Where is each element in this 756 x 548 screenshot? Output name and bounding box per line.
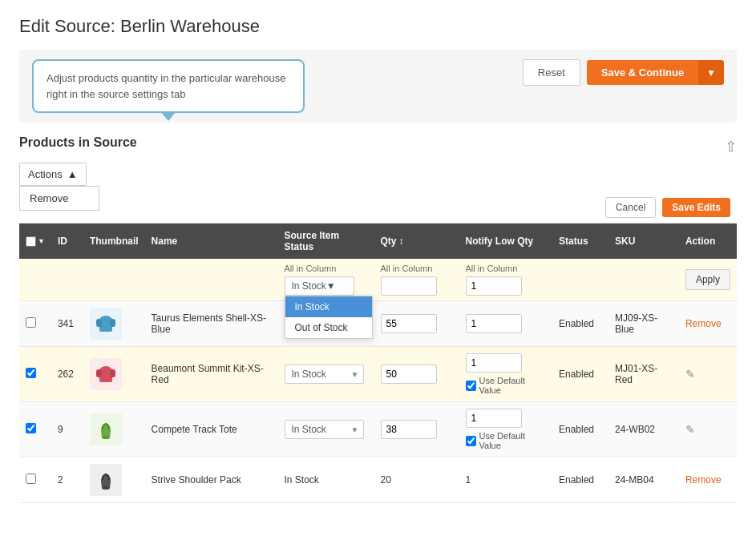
row3-edit-icon[interactable]: ✎ xyxy=(685,423,695,436)
filter-status-all-label: All in Column xyxy=(285,264,368,273)
row2-use-default-checkbox[interactable] xyxy=(466,381,476,391)
save-continue-button[interactable]: Save & Continue xyxy=(587,60,698,85)
row4-qty-cell: 20 xyxy=(374,457,443,503)
filter-apply-button[interactable]: Apply xyxy=(685,269,730,290)
row4-status-cell: In Stock xyxy=(278,457,374,503)
actions-button[interactable]: Actions ▲ xyxy=(19,163,87,186)
collapse-icon[interactable]: ⇧ xyxy=(725,138,737,155)
filter-empty-3 xyxy=(83,259,145,301)
row2-empty xyxy=(443,347,459,402)
col-sku: SKU xyxy=(608,224,679,259)
actions-dropdown: Actions ▲ Remove xyxy=(19,163,87,186)
actions-arrow-icon: ▲ xyxy=(67,168,78,180)
filter-row: All in Column In Stock ▼ In Stock Out of… xyxy=(19,259,737,301)
row3-use-default-checkbox[interactable] xyxy=(466,436,476,446)
row2-sku: MJ01-XS-Red xyxy=(608,347,679,402)
row1-qty-input[interactable] xyxy=(381,314,437,333)
save-continue-dropdown-button[interactable]: ▼ xyxy=(698,60,724,85)
row2-edit-icon[interactable]: ✎ xyxy=(685,368,695,381)
header-checkbox-cell: ▼ xyxy=(19,224,51,259)
row3-checkbox-cell xyxy=(19,402,51,457)
qty-sort-icon[interactable]: ↕ xyxy=(399,236,404,247)
status-option-in-stock[interactable]: In Stock xyxy=(285,296,372,317)
svg-point-8 xyxy=(102,436,110,439)
table-row: 262 Beaumont Summit Kit-XS-Red xyxy=(19,347,737,402)
col-notify-low-qty: Notify Low Qty xyxy=(459,224,552,259)
row4-id: 2 xyxy=(51,457,83,503)
row2-notify-input[interactable] xyxy=(466,353,522,373)
row2-qty-cell xyxy=(374,347,443,402)
row3-empty xyxy=(443,402,459,457)
svg-rect-6 xyxy=(96,369,102,377)
save-continue-group: Save & Continue ▼ xyxy=(587,60,724,85)
row1-checkbox[interactable] xyxy=(26,317,36,328)
filter-notify-input[interactable] xyxy=(466,276,522,296)
col-empty xyxy=(443,224,459,259)
row2-status-select[interactable]: In Stock Out of Stock xyxy=(285,365,364,384)
row3-action-cell: ✎ xyxy=(679,402,737,457)
filter-empty-6 xyxy=(552,259,608,301)
row3-notify-input[interactable] xyxy=(466,409,522,428)
status-filter-menu: In Stock Out of Stock xyxy=(285,296,373,339)
save-edits-button[interactable]: Save Edits xyxy=(662,198,730,217)
table-header-row: ▼ ID Thumbnail Name Source ItemStatus Qt… xyxy=(19,224,737,259)
filter-notify-all-label: All in Column xyxy=(466,264,546,273)
row1-sku: MJ09-XS-Blue xyxy=(608,301,679,347)
filter-empty-5 xyxy=(443,259,459,301)
col-thumbnail: Thumbnail xyxy=(83,224,145,259)
row3-checkbox[interactable] xyxy=(26,423,36,433)
actions-label: Actions xyxy=(28,168,63,180)
row4-img-svg xyxy=(91,465,120,494)
tooltip-box: Adjust products quantity in the particul… xyxy=(32,59,305,113)
row4-remove-link[interactable]: Remove xyxy=(685,474,722,486)
row3-qty-input[interactable] xyxy=(381,420,437,439)
row2-img-svg xyxy=(91,360,120,389)
status-option-out-of-stock[interactable]: Out of Stock xyxy=(285,317,372,338)
row3-qty-cell xyxy=(374,402,443,457)
col-source-item-status: Source ItemStatus xyxy=(278,224,374,259)
row1-notify-input[interactable] xyxy=(466,314,522,333)
row3-name: Compete Track Tote xyxy=(145,402,278,457)
master-checkbox-arrow[interactable]: ▼ xyxy=(38,237,45,245)
col-action: Action xyxy=(679,224,737,259)
row3-thumbnail xyxy=(83,402,145,457)
row3-notify-group: Use Default Value xyxy=(466,409,546,450)
filter-status-cell: All in Column In Stock ▼ In Stock Out of… xyxy=(278,259,374,301)
filter-empty-7 xyxy=(608,259,679,301)
cancel-button[interactable]: Cancel xyxy=(605,197,656,218)
filter-qty-all-label: All in Column xyxy=(381,264,437,273)
row3-status-select[interactable]: In Stock Out of Stock xyxy=(285,420,364,439)
products-table: ▼ ID Thumbnail Name Source ItemStatus Qt… xyxy=(19,224,737,503)
row1-remove-link[interactable]: Remove xyxy=(685,318,722,329)
row1-checkbox-cell xyxy=(19,301,51,347)
row2-checkbox[interactable] xyxy=(26,368,36,378)
row4-notify-cell: 1 xyxy=(459,457,552,503)
top-bar: Adjust products quantity in the particul… xyxy=(19,50,737,123)
row4-sku: 24-MB04 xyxy=(608,457,679,503)
row3-use-default-label: Use Default Value xyxy=(466,431,546,450)
actions-menu: Remove xyxy=(19,186,99,211)
row2-notify-cell: Use Default Value xyxy=(459,347,552,402)
qty-label: Qty xyxy=(381,236,397,247)
filter-empty-4 xyxy=(145,259,278,301)
col-status: Status xyxy=(552,224,608,259)
row1-enabled: Enabled xyxy=(552,301,608,347)
row1-notify-cell xyxy=(459,301,552,347)
products-header: Products in Source ⇧ xyxy=(19,135,737,158)
filter-qty-input[interactable] xyxy=(381,276,437,296)
row2-status-select-wrap: In Stock Out of Stock ▼ xyxy=(285,365,364,384)
row2-img xyxy=(90,358,122,390)
row4-enabled: Enabled xyxy=(552,457,608,503)
section-title: Products in Source xyxy=(19,135,137,150)
row1-id: 341 xyxy=(51,301,83,347)
svg-point-9 xyxy=(102,486,110,490)
status-filter-button[interactable]: In Stock ▼ xyxy=(285,276,354,296)
col-name: Name xyxy=(145,224,278,259)
row4-checkbox[interactable] xyxy=(26,473,36,484)
remove-menu-item[interactable]: Remove xyxy=(20,187,99,210)
svg-rect-3 xyxy=(110,319,115,327)
master-checkbox[interactable] xyxy=(26,236,36,247)
reset-button[interactable]: Reset xyxy=(523,59,580,86)
row2-qty-input[interactable] xyxy=(381,365,437,384)
filter-empty-1 xyxy=(19,259,51,301)
